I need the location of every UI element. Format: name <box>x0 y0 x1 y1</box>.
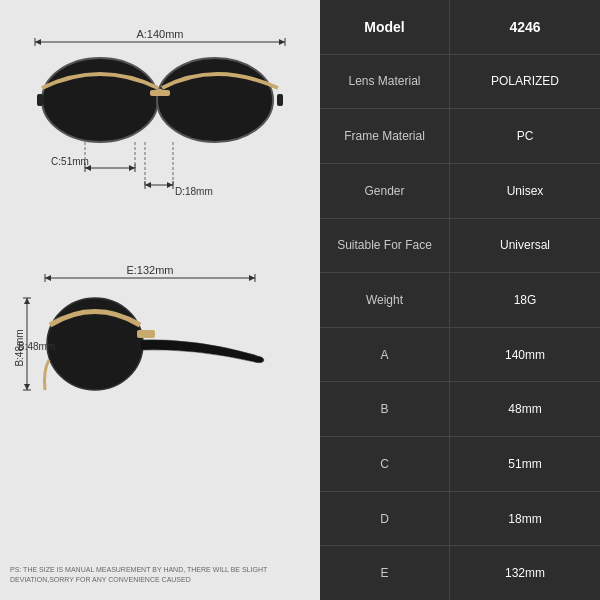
gender-value: Unisex <box>450 184 600 198</box>
svg-point-7 <box>42 58 158 142</box>
spec-row-lens: Lens Material POLARIZED <box>320 55 600 110</box>
svg-text:A:140mm: A:140mm <box>136 28 183 40</box>
note-text: PS: THE SIZE IS MANUAL MEASUREMENT BY HA… <box>10 565 300 585</box>
weight-label: Weight <box>320 273 450 327</box>
svg-marker-22 <box>167 182 173 188</box>
svg-marker-4 <box>279 39 285 45</box>
d-label: D <box>320 492 450 546</box>
spec-row-d: D 18mm <box>320 492 600 547</box>
spec-row-b: B 48mm <box>320 382 600 437</box>
right-panel: Model 4246 Lens Material POLARIZED Frame… <box>320 0 600 600</box>
a-label: A <box>320 328 450 382</box>
face-value: Universal <box>450 238 600 252</box>
spec-row-a: A 140mm <box>320 328 600 383</box>
spec-row-face: Suitable For Face Universal <box>320 219 600 274</box>
svg-marker-32 <box>249 275 255 281</box>
svg-point-40 <box>47 298 143 390</box>
lens-label: Lens Material <box>320 55 450 109</box>
svg-rect-41 <box>137 330 155 338</box>
svg-rect-11 <box>277 94 283 106</box>
svg-text:E:132mm: E:132mm <box>126 264 173 276</box>
bottom-diagram: E:132mm B:48mm <box>15 260 305 460</box>
frame-label: Frame Material <box>320 109 450 163</box>
svg-marker-3 <box>35 39 41 45</box>
spec-row-c: C 51mm <box>320 437 600 492</box>
svg-marker-21 <box>145 182 151 188</box>
svg-text:C:51mm: C:51mm <box>51 156 89 167</box>
svg-text:D:18mm: D:18mm <box>175 186 213 197</box>
top-diagram: A:140mm <box>15 20 305 240</box>
lens-value: POLARIZED <box>450 74 600 88</box>
svg-point-8 <box>157 58 273 142</box>
b-value: 48mm <box>450 402 600 416</box>
svg-rect-10 <box>37 94 43 106</box>
model-label: Model <box>320 0 450 54</box>
svg-marker-38 <box>24 384 30 390</box>
frame-value: PC <box>450 129 600 143</box>
spec-row-model: Model 4246 <box>320 0 600 55</box>
model-value: 4246 <box>450 19 600 35</box>
svg-rect-6 <box>35 50 285 140</box>
spec-row-gender: Gender Unisex <box>320 164 600 219</box>
spec-row-e: E 132mm <box>320 546 600 600</box>
svg-text:B:48mm: B:48mm <box>15 329 25 366</box>
svg-marker-15 <box>85 165 91 171</box>
spec-row-weight: Weight 18G <box>320 273 600 328</box>
d-value: 18mm <box>450 512 600 526</box>
e-label: E <box>320 546 450 600</box>
svg-marker-37 <box>24 298 30 304</box>
svg-text:B:48mm: B:48mm <box>18 341 55 352</box>
svg-marker-31 <box>45 275 51 281</box>
a-value: 140mm <box>450 348 600 362</box>
c-value: 51mm <box>450 457 600 471</box>
spec-row-frame: Frame Material PC <box>320 109 600 164</box>
svg-marker-16 <box>129 165 135 171</box>
gender-label: Gender <box>320 164 450 218</box>
e-value: 132mm <box>450 566 600 580</box>
c-label: C <box>320 437 450 491</box>
svg-rect-9 <box>150 90 170 96</box>
b-label: B <box>320 382 450 436</box>
left-panel: A:140mm <box>0 0 320 600</box>
weight-value: 18G <box>450 293 600 307</box>
main-container: A:140mm <box>0 0 600 600</box>
face-label: Suitable For Face <box>320 219 450 273</box>
